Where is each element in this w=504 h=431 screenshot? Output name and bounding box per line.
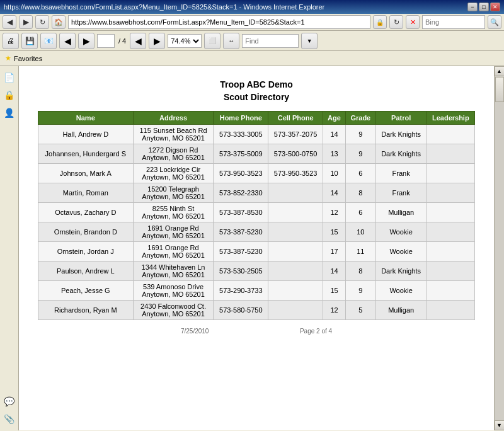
address-bar-area: ◀ ▶ ↻ 🏠 🔒 ↻ ✕ 🔍 [0, 14, 504, 31]
favorites-bar: ★ Favorites [0, 51, 504, 66]
sidebar-icon-document[interactable]: 📄 [3, 71, 16, 84]
table-cell: 573-852-2330 [214, 183, 268, 203]
sidebar-icon-user[interactable]: 👤 [3, 106, 16, 119]
table-cell: 5 [345, 301, 375, 320]
close-button[interactable]: ✕ [490, 3, 500, 11]
page-footer: 7/25/2010 Page 2 of 4 [38, 328, 475, 335]
table-cell: Frank [375, 183, 427, 203]
table-row: Johannsen, Hundergard S1272 Digson RdAny… [38, 144, 475, 164]
table-cell: 8255 Ninth StAnytown, MO 65201 [133, 203, 214, 222]
find-dropdown-button[interactable]: ▼ [301, 33, 318, 49]
refresh-page-button[interactable]: ↻ [389, 15, 403, 29]
table-cell: 573-950-3523 [214, 164, 268, 183]
email-button[interactable]: 📧 [40, 33, 57, 49]
forward-button[interactable]: ▶ [19, 15, 33, 29]
table-cell: 14 [323, 261, 346, 281]
scroll-up-button[interactable]: ▲ [495, 66, 505, 76]
table-cell: 9 [345, 125, 375, 144]
table-cell [427, 222, 474, 242]
prev-page-button[interactable]: ◀ [59, 33, 76, 49]
table-cell [427, 261, 474, 281]
table-cell: Johnson, Mark A [38, 164, 134, 183]
sidebar-icon-attach[interactable]: 📎 [3, 413, 16, 425]
refresh-button[interactable]: ↻ [35, 15, 49, 29]
window-controls: − □ ✕ [467, 3, 500, 11]
table-header-cell: Patrol [375, 112, 427, 125]
scout-table: NameAddressHome PhoneCell PhoneAgeGradeP… [38, 111, 475, 320]
table-row: Hall, Andrew D115 Sunset Beach RdAnytown… [38, 125, 475, 144]
page-title: Troop ABC Demo Scout Directory [38, 79, 475, 103]
table-row: Martin, Roman15200 TelegraphAnytown, MO … [38, 183, 475, 203]
table-header-cell: Grade [345, 112, 375, 125]
maximize-button[interactable]: □ [479, 3, 489, 11]
table-row: Peach, Jesse G539 Amonoso DriveAnytown, … [38, 281, 475, 301]
table-cell [268, 222, 323, 242]
table-cell [268, 242, 323, 261]
table-cell [427, 144, 474, 164]
table-cell: 539 Amonoso DriveAnytown, MO 65201 [133, 281, 214, 301]
lock-icon: 🔒 [373, 15, 387, 29]
table-header-cell: Cell Phone [268, 112, 323, 125]
title-bar: https://www.bsawebhost.com/FormList.aspx… [0, 0, 504, 14]
scroll-down-button[interactable]: ▼ [495, 420, 505, 430]
table-cell: 8 [345, 261, 375, 281]
table-cell: 573-580-5750 [214, 301, 268, 320]
save-button[interactable]: 💾 [21, 33, 38, 49]
table-row: Ornstein, Jordan J1691 Orange RdAnytown,… [38, 242, 475, 261]
table-cell: 573-530-2505 [214, 261, 268, 281]
table-cell: 13 [323, 144, 346, 164]
table-header-cell: Leadership [427, 112, 474, 125]
next-page-button[interactable]: ▶ [78, 33, 94, 49]
table-row: Octavus, Zachary D8255 Ninth StAnytown, … [38, 203, 475, 222]
table-cell: Mulligan [375, 203, 427, 222]
sidebar-icon-chat[interactable]: 💬 [3, 395, 16, 408]
table-cell [268, 281, 323, 301]
table-row: Ornstein, Brandon D1691 Orange RdAnytown… [38, 222, 475, 242]
address-input[interactable] [68, 15, 370, 29]
table-cell: 223 Lockridge CirAnytown, MO 65201 [133, 164, 214, 183]
find-input[interactable] [242, 34, 299, 48]
table-cell: 1691 Orange RdAnytown, MO 65201 [133, 222, 214, 242]
table-cell: 6 [345, 203, 375, 222]
next-view-button[interactable]: ▶ [149, 33, 165, 49]
table-cell: Richardson, Ryan M [38, 301, 134, 320]
table-cell: Wookie [375, 242, 427, 261]
search-button[interactable]: 🔍 [488, 15, 501, 29]
scroll-thumb[interactable] [495, 77, 504, 102]
minimize-button[interactable]: − [467, 3, 478, 11]
stop-button[interactable]: ✕ [406, 15, 420, 29]
table-header-cell: Home Phone [214, 112, 268, 125]
table-cell: 573-290-3733 [214, 281, 268, 301]
home-button[interactable]: 🏠 [52, 15, 66, 29]
table-cell: 12 [323, 203, 346, 222]
page-number-input[interactable]: 2 [97, 34, 115, 48]
back-button[interactable]: ◀ [3, 15, 16, 29]
sidebar-icon-lock[interactable]: 🔒 [3, 89, 16, 101]
table-cell: 6 [345, 164, 375, 183]
table-cell: 573-333-3005 [214, 125, 268, 144]
table-cell: 573-387-5230 [214, 222, 268, 242]
table-cell [427, 203, 474, 222]
prev-view-button[interactable]: ◀ [130, 33, 146, 49]
table-cell: 1272 Digson RdAnytown, MO 65201 [133, 144, 214, 164]
favorites-label: Favorites [14, 55, 42, 62]
table-cell: 9 [345, 144, 375, 164]
zoom-select[interactable]: 74.4% 100% 75% 50% [168, 34, 202, 48]
fit-page-button[interactable]: ⬜ [204, 33, 220, 49]
table-cell: 573-375-5009 [214, 144, 268, 164]
table-cell: 115 Sunset Beach RdAnytown, MO 65201 [133, 125, 214, 144]
search-input[interactable] [422, 15, 485, 29]
table-cell: Paulson, Andrew L [38, 261, 134, 281]
table-cell: Dark Knights [375, 144, 427, 164]
table-header-row: NameAddressHome PhoneCell PhoneAgeGradeP… [38, 112, 475, 125]
table-cell: 573-387-5230 [214, 242, 268, 261]
table-cell: Octavus, Zachary D [38, 203, 134, 222]
table-cell: Wookie [375, 281, 427, 301]
star-icon: ★ [5, 54, 11, 62]
scroll-track [495, 76, 505, 420]
print-button[interactable]: 🖨 [3, 33, 19, 49]
table-cell [427, 125, 474, 144]
fit-width-button[interactable]: ↔ [223, 33, 239, 49]
table-cell: Martin, Roman [38, 183, 134, 203]
table-cell: 573-950-3523 [268, 164, 323, 183]
